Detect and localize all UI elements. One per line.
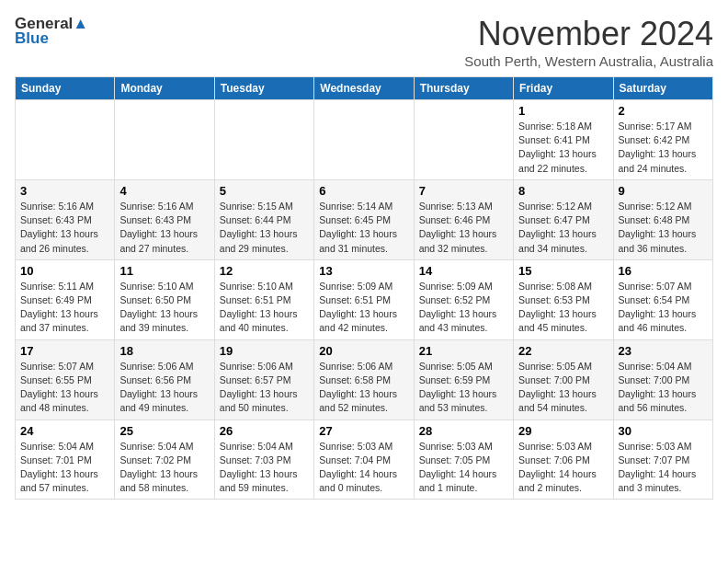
day-info: Sunrise: 5:03 AM Sunset: 7:05 PM Dayligh… <box>419 440 508 496</box>
calendar-cell: 18Sunrise: 5:06 AM Sunset: 6:56 PM Dayli… <box>115 339 214 419</box>
day-number: 10 <box>20 264 109 278</box>
calendar-week-row: 1Sunrise: 5:18 AM Sunset: 6:41 PM Daylig… <box>16 100 713 180</box>
day-info: Sunrise: 5:12 AM Sunset: 6:47 PM Dayligh… <box>518 200 608 256</box>
day-info: Sunrise: 5:11 AM Sunset: 6:49 PM Dayligh… <box>20 280 109 336</box>
day-info: Sunrise: 5:05 AM Sunset: 6:59 PM Dayligh… <box>419 360 508 416</box>
calendar-cell: 15Sunrise: 5:08 AM Sunset: 6:53 PM Dayli… <box>514 259 613 339</box>
day-info: Sunrise: 5:13 AM Sunset: 6:46 PM Dayligh… <box>419 200 508 256</box>
day-number: 30 <box>619 424 708 438</box>
column-header-wednesday: Wednesday <box>314 77 414 100</box>
day-number: 25 <box>119 424 209 438</box>
day-info: Sunrise: 5:12 AM Sunset: 6:48 PM Dayligh… <box>619 200 708 256</box>
day-info: Sunrise: 5:16 AM Sunset: 6:43 PM Dayligh… <box>20 200 109 256</box>
day-number: 19 <box>220 344 309 358</box>
calendar-cell: 22Sunrise: 5:05 AM Sunset: 7:00 PM Dayli… <box>514 339 613 419</box>
day-info: Sunrise: 5:06 AM Sunset: 6:56 PM Dayligh… <box>119 360 209 416</box>
day-info: Sunrise: 5:07 AM Sunset: 6:54 PM Dayligh… <box>619 280 708 336</box>
day-info: Sunrise: 5:05 AM Sunset: 7:00 PM Dayligh… <box>518 360 608 416</box>
calendar-cell: 2Sunrise: 5:17 AM Sunset: 6:42 PM Daylig… <box>613 100 712 180</box>
day-info: Sunrise: 5:06 AM Sunset: 6:57 PM Dayligh… <box>220 360 309 416</box>
calendar-cell: 1Sunrise: 5:18 AM Sunset: 6:41 PM Daylig… <box>514 100 613 180</box>
day-number: 26 <box>220 424 309 438</box>
day-number: 17 <box>20 344 109 358</box>
calendar-cell: 9Sunrise: 5:12 AM Sunset: 6:48 PM Daylig… <box>613 179 712 259</box>
page-header: General▲ Blue November 2024 South Perth,… <box>15 15 713 69</box>
column-header-friday: Friday <box>514 77 613 100</box>
calendar-cell: 5Sunrise: 5:15 AM Sunset: 6:44 PM Daylig… <box>214 179 313 259</box>
calendar-cell: 28Sunrise: 5:03 AM Sunset: 7:05 PM Dayli… <box>414 419 513 500</box>
calendar-cell: 24Sunrise: 5:04 AM Sunset: 7:01 PM Dayli… <box>16 419 115 500</box>
day-info: Sunrise: 5:06 AM Sunset: 6:58 PM Dayligh… <box>319 360 408 416</box>
column-header-monday: Monday <box>115 77 214 100</box>
day-number: 1 <box>518 104 608 118</box>
calendar-table: SundayMondayTuesdayWednesdayThursdayFrid… <box>15 76 713 500</box>
day-info: Sunrise: 5:09 AM Sunset: 6:52 PM Dayligh… <box>419 280 508 336</box>
day-number: 3 <box>20 184 109 198</box>
day-info: Sunrise: 5:09 AM Sunset: 6:51 PM Dayligh… <box>319 280 408 336</box>
day-info: Sunrise: 5:15 AM Sunset: 6:44 PM Dayligh… <box>220 200 309 256</box>
day-number: 13 <box>319 264 408 278</box>
day-info: Sunrise: 5:03 AM Sunset: 7:07 PM Dayligh… <box>619 440 708 496</box>
day-info: Sunrise: 5:07 AM Sunset: 6:55 PM Dayligh… <box>20 360 109 416</box>
day-number: 18 <box>119 344 209 358</box>
day-number: 15 <box>518 264 608 278</box>
calendar-header-row: SundayMondayTuesdayWednesdayThursdayFrid… <box>16 77 713 100</box>
calendar-week-row: 3Sunrise: 5:16 AM Sunset: 6:43 PM Daylig… <box>16 179 713 259</box>
calendar-cell: 6Sunrise: 5:14 AM Sunset: 6:45 PM Daylig… <box>314 179 414 259</box>
column-header-tuesday: Tuesday <box>214 77 313 100</box>
calendar-week-row: 10Sunrise: 5:11 AM Sunset: 6:49 PM Dayli… <box>16 259 713 339</box>
day-number: 2 <box>619 104 708 118</box>
column-header-thursday: Thursday <box>414 77 513 100</box>
day-number: 27 <box>319 424 408 438</box>
calendar-cell: 20Sunrise: 5:06 AM Sunset: 6:58 PM Dayli… <box>314 339 414 419</box>
day-number: 23 <box>619 344 708 358</box>
day-info: Sunrise: 5:10 AM Sunset: 6:51 PM Dayligh… <box>220 280 309 336</box>
day-number: 12 <box>220 264 309 278</box>
day-info: Sunrise: 5:04 AM Sunset: 7:03 PM Dayligh… <box>220 440 309 496</box>
day-info: Sunrise: 5:04 AM Sunset: 7:02 PM Dayligh… <box>119 440 209 496</box>
column-header-saturday: Saturday <box>613 77 712 100</box>
calendar-cell: 16Sunrise: 5:07 AM Sunset: 6:54 PM Dayli… <box>613 259 712 339</box>
day-number: 28 <box>419 424 508 438</box>
day-number: 24 <box>20 424 109 438</box>
day-number: 14 <box>419 264 508 278</box>
title-block: November 2024 South Perth, Western Austr… <box>464 15 713 69</box>
calendar-cell: 13Sunrise: 5:09 AM Sunset: 6:51 PM Dayli… <box>314 259 414 339</box>
calendar-cell <box>115 100 214 180</box>
day-number: 11 <box>119 264 209 278</box>
calendar-cell <box>16 100 115 180</box>
calendar-cell <box>314 100 414 180</box>
day-number: 7 <box>419 184 508 198</box>
day-info: Sunrise: 5:03 AM Sunset: 7:04 PM Dayligh… <box>319 440 408 496</box>
day-info: Sunrise: 5:08 AM Sunset: 6:53 PM Dayligh… <box>518 280 608 336</box>
column-header-sunday: Sunday <box>16 77 115 100</box>
calendar-cell: 29Sunrise: 5:03 AM Sunset: 7:06 PM Dayli… <box>514 419 613 500</box>
calendar-cell: 4Sunrise: 5:16 AM Sunset: 6:43 PM Daylig… <box>115 179 214 259</box>
calendar-cell: 11Sunrise: 5:10 AM Sunset: 6:50 PM Dayli… <box>115 259 214 339</box>
day-number: 6 <box>319 184 408 198</box>
calendar-cell: 26Sunrise: 5:04 AM Sunset: 7:03 PM Dayli… <box>214 419 313 500</box>
day-info: Sunrise: 5:18 AM Sunset: 6:41 PM Dayligh… <box>518 120 608 176</box>
day-info: Sunrise: 5:14 AM Sunset: 6:45 PM Dayligh… <box>319 200 408 256</box>
calendar-cell: 12Sunrise: 5:10 AM Sunset: 6:51 PM Dayli… <box>214 259 313 339</box>
location-subtitle: South Perth, Western Australia, Australi… <box>464 53 713 69</box>
calendar-body: 1Sunrise: 5:18 AM Sunset: 6:41 PM Daylig… <box>16 100 713 500</box>
calendar-cell: 10Sunrise: 5:11 AM Sunset: 6:49 PM Dayli… <box>16 259 115 339</box>
day-number: 4 <box>119 184 209 198</box>
calendar-cell <box>214 100 313 180</box>
day-number: 16 <box>619 264 708 278</box>
day-info: Sunrise: 5:03 AM Sunset: 7:06 PM Dayligh… <box>518 440 608 496</box>
calendar-cell: 27Sunrise: 5:03 AM Sunset: 7:04 PM Dayli… <box>314 419 414 500</box>
day-number: 20 <box>319 344 408 358</box>
calendar-week-row: 24Sunrise: 5:04 AM Sunset: 7:01 PM Dayli… <box>16 419 713 500</box>
calendar-cell: 25Sunrise: 5:04 AM Sunset: 7:02 PM Dayli… <box>115 419 214 500</box>
day-number: 8 <box>518 184 608 198</box>
calendar-cell: 3Sunrise: 5:16 AM Sunset: 6:43 PM Daylig… <box>16 179 115 259</box>
day-number: 22 <box>518 344 608 358</box>
day-info: Sunrise: 5:04 AM Sunset: 7:01 PM Dayligh… <box>20 440 109 496</box>
day-info: Sunrise: 5:04 AM Sunset: 7:00 PM Dayligh… <box>619 360 708 416</box>
calendar-cell: 19Sunrise: 5:06 AM Sunset: 6:57 PM Dayli… <box>214 339 313 419</box>
day-info: Sunrise: 5:10 AM Sunset: 6:50 PM Dayligh… <box>119 280 209 336</box>
day-number: 5 <box>220 184 309 198</box>
day-info: Sunrise: 5:17 AM Sunset: 6:42 PM Dayligh… <box>619 120 708 176</box>
